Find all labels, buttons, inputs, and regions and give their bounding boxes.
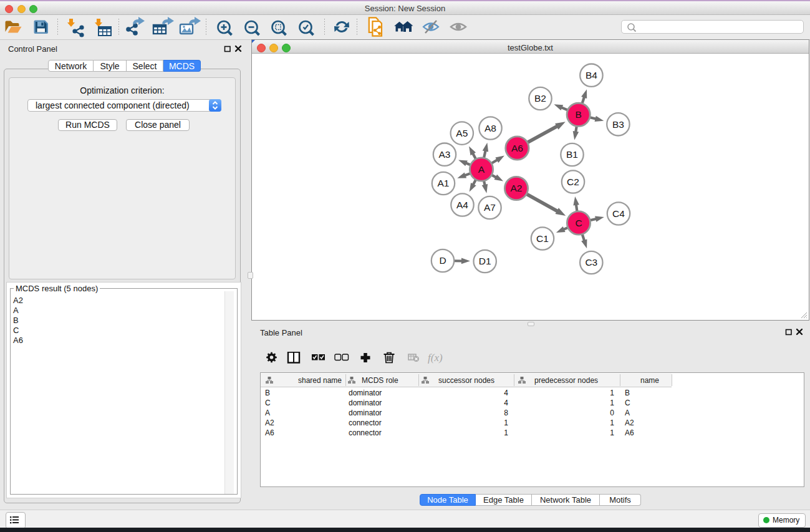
svg-text:C1: C1 bbox=[536, 233, 549, 244]
svg-text:C4: C4 bbox=[612, 208, 625, 219]
svg-text:A5: A5 bbox=[456, 128, 468, 138]
svg-text:A7: A7 bbox=[484, 202, 496, 213]
svg-text:A6: A6 bbox=[511, 143, 523, 153]
svg-text:D1: D1 bbox=[479, 256, 491, 266]
svg-text:D: D bbox=[439, 255, 446, 266]
svg-text:A2: A2 bbox=[511, 183, 523, 193]
svg-text:A3: A3 bbox=[439, 149, 451, 160]
svg-text:C2: C2 bbox=[567, 177, 579, 187]
svg-text:A8: A8 bbox=[485, 123, 496, 133]
svg-text:B: B bbox=[576, 109, 582, 120]
svg-text:A1: A1 bbox=[438, 178, 450, 188]
svg-text:f(x): f(x) bbox=[428, 352, 443, 364]
svg-text:C: C bbox=[575, 218, 582, 228]
svg-text:C3: C3 bbox=[585, 257, 597, 268]
svg-text:A: A bbox=[478, 164, 485, 175]
svg-text:B1: B1 bbox=[566, 149, 578, 160]
svg-text:B3: B3 bbox=[612, 119, 624, 130]
svg-text:B2: B2 bbox=[534, 93, 546, 104]
svg-text:A4: A4 bbox=[456, 200, 468, 210]
svg-text:B4: B4 bbox=[586, 70, 597, 80]
